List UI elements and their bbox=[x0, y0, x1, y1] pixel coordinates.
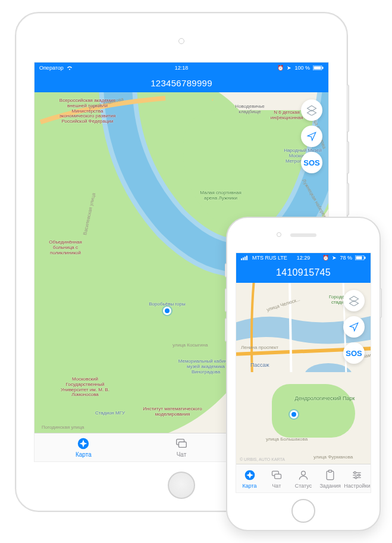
tasks-icon bbox=[324, 469, 337, 482]
phone-speaker bbox=[290, 233, 316, 237]
tab-label: Статус bbox=[295, 483, 312, 489]
svg-rect-13 bbox=[365, 257, 366, 259]
tab-tasks[interactable]: Задания bbox=[317, 464, 344, 492]
phone-home-button[interactable] bbox=[291, 499, 315, 523]
location-icon: ➤ bbox=[332, 255, 337, 261]
layers-icon bbox=[306, 105, 317, 116]
phone-tabbar: Карта Чат Статус Задания bbox=[236, 464, 371, 492]
locate-button[interactable] bbox=[343, 316, 365, 338]
phone-park-area bbox=[272, 384, 355, 438]
svg-rect-10 bbox=[246, 256, 247, 261]
phone-camera bbox=[277, 232, 281, 237]
phone-title: 1410915745 bbox=[276, 267, 331, 278]
battery-icon bbox=[313, 65, 324, 70]
svg-rect-20 bbox=[329, 470, 332, 472]
svg-rect-17 bbox=[274, 474, 281, 479]
layers-icon bbox=[349, 295, 359, 306]
tablet-home-button[interactable] bbox=[168, 472, 195, 499]
phone-title-bar: 1410915745 bbox=[236, 263, 371, 283]
tab-chat[interactable]: Чат bbox=[133, 433, 231, 461]
locate-icon bbox=[306, 131, 317, 142]
tablet-status-bar: Оператор 12:18 ⏰ ➤ 100 % bbox=[35, 63, 328, 73]
chat-icon bbox=[270, 469, 283, 482]
tab-label: Чат bbox=[177, 451, 187, 458]
phone-power-button bbox=[380, 288, 382, 318]
tab-label: Задания bbox=[319, 483, 341, 489]
svg-rect-8 bbox=[243, 258, 244, 261]
tab-label: Чат bbox=[272, 483, 281, 489]
tab-map[interactable]: Карта bbox=[236, 464, 263, 492]
phone-device-frame: MTS RUS LTE 12:29 ⏰ ➤ 78 % 1410915745 bbox=[226, 217, 381, 531]
tab-label: Карта bbox=[243, 483, 257, 489]
tab-label: Настройки bbox=[344, 483, 370, 489]
tab-settings[interactable]: Настройки bbox=[344, 464, 371, 492]
alarm-icon: ⏰ bbox=[322, 255, 329, 261]
status-time: 12:18 bbox=[175, 65, 189, 71]
battery-icon bbox=[355, 255, 366, 260]
current-location-dot bbox=[290, 410, 298, 419]
compass-icon bbox=[243, 469, 256, 482]
battery-label: 100 % bbox=[294, 65, 310, 71]
carrier-label: Оператор bbox=[39, 65, 64, 71]
svg-rect-1 bbox=[314, 67, 321, 70]
svg-point-22 bbox=[358, 474, 360, 476]
roads bbox=[35, 92, 213, 182]
settings-icon bbox=[350, 469, 363, 482]
svg-point-23 bbox=[355, 476, 357, 478]
sos-label: SOS bbox=[346, 349, 362, 358]
tablet-volume-down bbox=[347, 183, 349, 216]
current-location-dot bbox=[163, 307, 171, 315]
tab-label: Карта bbox=[76, 451, 92, 458]
layers-button[interactable] bbox=[343, 290, 365, 311]
wifi-icon bbox=[67, 65, 73, 70]
phone-map[interactable]: Дендрологический Парк Пассаж Городской с… bbox=[236, 283, 371, 464]
phone-status-bar: MTS RUS LTE 12:29 ⏰ ➤ 78 % bbox=[236, 253, 371, 263]
location-icon: ➤ bbox=[287, 65, 291, 71]
svg-rect-5 bbox=[178, 442, 186, 447]
svg-point-21 bbox=[354, 472, 356, 473]
tab-status[interactable]: Статус bbox=[290, 464, 316, 492]
svg-rect-2 bbox=[322, 67, 324, 69]
sos-button[interactable]: SOS bbox=[301, 152, 322, 173]
alarm-icon: ⏰ bbox=[277, 65, 284, 71]
svg-rect-7 bbox=[241, 258, 242, 260]
phone-volume-down bbox=[225, 318, 227, 342]
sos-button[interactable]: SOS bbox=[343, 342, 365, 364]
locate-button[interactable] bbox=[301, 126, 322, 147]
layers-button[interactable] bbox=[301, 99, 322, 121]
tablet-volume-up bbox=[347, 141, 349, 174]
sos-label: SOS bbox=[303, 158, 319, 167]
user-icon bbox=[297, 469, 310, 482]
compass-icon bbox=[77, 437, 90, 450]
battery-label: 78 % bbox=[340, 255, 352, 261]
svg-point-18 bbox=[302, 471, 306, 475]
tablet-camera bbox=[178, 38, 184, 44]
signal-icon bbox=[241, 255, 249, 260]
tablet-title-bar: 123456789999 bbox=[35, 73, 328, 92]
svg-rect-9 bbox=[244, 257, 246, 260]
tab-chat[interactable]: Чат bbox=[263, 464, 290, 492]
phone-mute-switch bbox=[225, 263, 227, 277]
tab-map[interactable]: Карта bbox=[35, 433, 133, 461]
carrier-label: MTS RUS LTE bbox=[252, 255, 287, 261]
status-time: 12:29 bbox=[297, 255, 311, 261]
chat-icon bbox=[175, 437, 188, 450]
svg-rect-12 bbox=[356, 257, 362, 260]
tablet-title: 123456789999 bbox=[150, 78, 212, 88]
phone-volume-up bbox=[225, 288, 227, 312]
locate-icon bbox=[349, 322, 359, 332]
tablet-power-button bbox=[347, 85, 349, 132]
phone-screen: MTS RUS LTE 12:29 ⏰ ➤ 78 % 1410915745 bbox=[236, 252, 371, 493]
